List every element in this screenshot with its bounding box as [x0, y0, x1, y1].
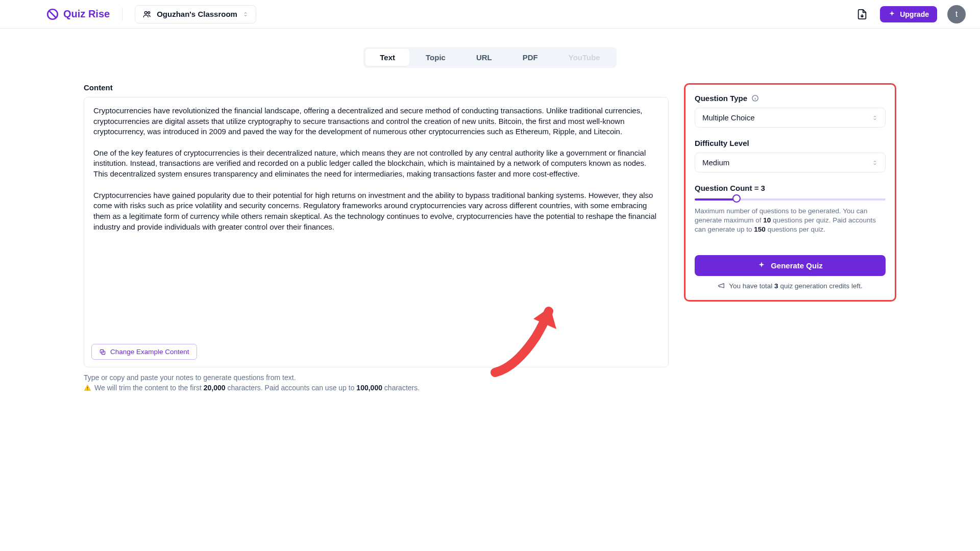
classroom-select[interactable]: Oguzhan's Classroom: [135, 5, 256, 23]
content-box[interactable]: Cryptocurrencies have revolutionized the…: [84, 97, 669, 367]
difficulty-value: Medium: [702, 158, 729, 167]
change-example-button[interactable]: Change Example Content: [91, 344, 197, 360]
export-icon[interactable]: [856, 9, 868, 20]
header: Quiz Rise Oguzhan's Classroom Upgrade t: [0, 0, 980, 29]
svg-point-1: [144, 11, 147, 14]
people-icon: [142, 10, 152, 19]
info-icon[interactable]: [751, 94, 759, 102]
chevron-sort-icon: [242, 11, 249, 17]
credits-line: You have total 3 quiz generation credits…: [695, 282, 886, 290]
tabs: Text Topic URL PDF YouTube: [363, 47, 616, 68]
avatar[interactable]: t: [947, 5, 966, 23]
brand-text: Quiz Rise: [63, 8, 110, 20]
count-label: Question Count = 3: [695, 184, 886, 192]
logo[interactable]: Quiz Rise: [46, 8, 110, 21]
difficulty-select[interactable]: Medium: [695, 153, 886, 172]
difficulty-label: Difficulty Level: [695, 139, 886, 147]
count-description: Maximum number of questions to be genera…: [695, 207, 886, 235]
tab-url[interactable]: URL: [462, 49, 506, 66]
tab-youtube[interactable]: YouTube: [554, 49, 615, 66]
sparkle-icon: [888, 10, 896, 18]
settings-panel: Question Type Multiple Choice Difficulty…: [684, 83, 896, 302]
warning-icon: [84, 384, 91, 392]
generate-quiz-button[interactable]: Generate Quiz: [695, 255, 886, 276]
copy-icon: [99, 348, 106, 356]
change-example-label: Change Example Content: [110, 348, 189, 356]
chevron-sort-icon: [872, 160, 878, 166]
svg-rect-6: [87, 389, 88, 390]
tab-text[interactable]: Text: [365, 49, 409, 66]
qtype-select[interactable]: Multiple Choice: [695, 108, 886, 128]
content-text[interactable]: Cryptocurrencies have revolutionized the…: [93, 106, 659, 232]
tab-pdf[interactable]: PDF: [508, 49, 552, 66]
divider: [122, 8, 122, 21]
count-slider[interactable]: [695, 197, 886, 202]
hint-1: Type or copy and paste your notes to gen…: [84, 373, 669, 382]
svg-point-2: [148, 11, 150, 13]
tabs-container: Text Topic URL PDF YouTube: [0, 47, 980, 68]
avatar-initial: t: [955, 10, 958, 19]
qtype-value: Multiple Choice: [702, 113, 755, 122]
chevron-sort-icon: [872, 115, 878, 121]
content-column: Content Cryptocurrencies have revolution…: [84, 83, 669, 392]
upgrade-label: Upgrade: [900, 10, 929, 18]
content-label: Content: [84, 83, 669, 92]
generate-label: Generate Quiz: [771, 261, 823, 270]
main: Content Cryptocurrencies have revolution…: [0, 68, 980, 412]
upgrade-button[interactable]: Upgrade: [880, 6, 937, 22]
svg-rect-5: [87, 387, 88, 389]
megaphone-icon: [718, 282, 725, 289]
slider-thumb[interactable]: [732, 194, 741, 203]
sparkle-icon: [757, 261, 766, 269]
hint-2: We will trim the content to the first 20…: [84, 384, 669, 392]
classroom-label: Oguzhan's Classroom: [157, 10, 237, 18]
tab-topic[interactable]: Topic: [411, 49, 460, 66]
logo-icon: [46, 8, 59, 21]
qtype-label: Question Type: [695, 94, 886, 103]
